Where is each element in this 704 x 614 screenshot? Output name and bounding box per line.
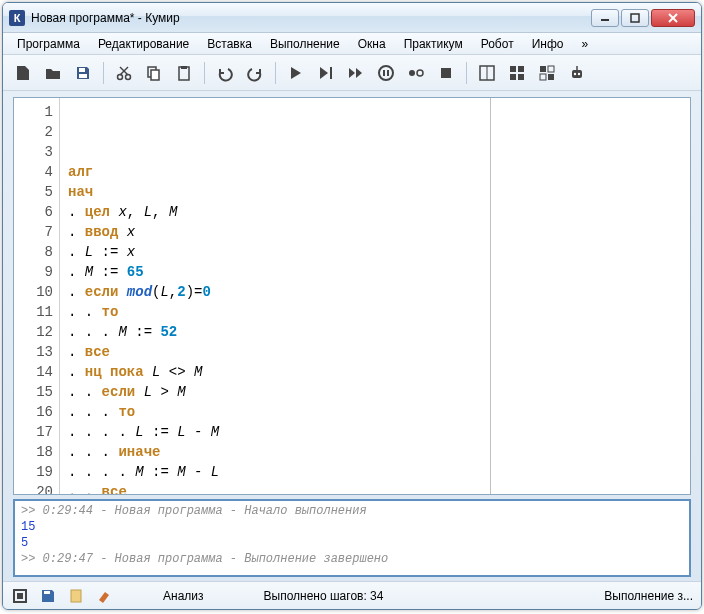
code-line[interactable]: . . . . L := L - M (68, 422, 682, 442)
status-exec: Выполнение з... (604, 589, 693, 603)
menu-info[interactable]: Инфо (524, 35, 572, 53)
sb-stop-icon[interactable] (11, 587, 29, 605)
new-file-icon[interactable] (11, 61, 35, 85)
line-number: 3 (14, 142, 53, 162)
menu-edit[interactable]: Редактирование (90, 35, 197, 53)
code-line[interactable]: . все (68, 342, 682, 362)
line-number: 10 (14, 282, 53, 302)
code-line[interactable]: . если mod(L,2)=0 (68, 282, 682, 302)
svg-point-32 (574, 72, 576, 74)
svg-rect-5 (79, 74, 87, 78)
svg-rect-29 (540, 74, 546, 80)
code-line[interactable]: . . . M := 52 (68, 322, 682, 342)
undo-icon[interactable] (213, 61, 237, 85)
menu-robot[interactable]: Робот (473, 35, 522, 53)
maximize-button[interactable] (621, 9, 649, 27)
svg-rect-37 (44, 591, 50, 594)
output-console[interactable]: >> 0:29:44 - Новая программа - Начало вы… (13, 499, 691, 577)
menu-practicum[interactable]: Практикум (396, 35, 471, 53)
console-line: 5 (21, 535, 683, 551)
line-number: 16 (14, 402, 53, 422)
open-file-icon[interactable] (41, 61, 65, 85)
code-line[interactable]: . . . иначе (68, 442, 682, 462)
code-line[interactable]: . цел x, L, M (68, 202, 682, 222)
menubar: Программа Редактирование Вставка Выполне… (3, 33, 701, 55)
close-button[interactable] (651, 9, 695, 27)
grid3-icon[interactable] (535, 61, 559, 85)
line-gutter: 1234567891011121314151617181920 (14, 98, 60, 494)
margin-line (490, 98, 491, 494)
sb-clear-icon[interactable] (95, 587, 113, 605)
line-number: 1 (14, 102, 53, 122)
app-window: К Новая программа* - Кумир Программа Ред… (2, 2, 702, 610)
toolbar-separator (275, 62, 276, 84)
line-number: 11 (14, 302, 53, 322)
line-number: 15 (14, 382, 53, 402)
svg-rect-30 (548, 74, 554, 80)
line-number: 7 (14, 222, 53, 242)
breakpoint-icon[interactable] (404, 61, 428, 85)
code-line[interactable]: алг (68, 162, 682, 182)
svg-rect-14 (330, 67, 332, 79)
minimize-button[interactable] (591, 9, 619, 27)
run-icon[interactable] (284, 61, 308, 85)
line-number: 2 (14, 122, 53, 142)
sb-doc-icon[interactable] (67, 587, 85, 605)
line-number: 20 (14, 482, 53, 495)
code-line[interactable]: . . . то (68, 402, 682, 422)
svg-rect-25 (510, 74, 516, 80)
line-number: 13 (14, 342, 53, 362)
code-area[interactable]: алгнач. цел x, L, M. ввод x. L := x. M :… (60, 98, 690, 494)
status-analysis: Анализ (163, 589, 204, 603)
grid1-icon[interactable] (475, 61, 499, 85)
stop-icon[interactable] (434, 61, 458, 85)
grid2-icon[interactable] (505, 61, 529, 85)
svg-rect-17 (387, 70, 389, 76)
sb-save-icon[interactable] (39, 587, 57, 605)
statusbar: Анализ Выполнено шагов: 34 Выполнение з.… (3, 581, 701, 609)
svg-rect-13 (181, 66, 187, 69)
window-title: Новая программа* - Кумир (31, 11, 591, 25)
step-icon[interactable] (314, 61, 338, 85)
menu-program[interactable]: Программа (9, 35, 88, 53)
svg-rect-31 (572, 70, 582, 78)
titlebar: К Новая программа* - Кумир (3, 3, 701, 33)
code-line[interactable]: . . то (68, 302, 682, 322)
line-number: 4 (14, 162, 53, 182)
code-line[interactable]: . L := x (68, 242, 682, 262)
svg-point-18 (409, 70, 415, 76)
robot-icon[interactable] (565, 61, 589, 85)
svg-point-19 (417, 70, 423, 76)
code-line[interactable]: . . . . M := M - L (68, 462, 682, 482)
svg-rect-38 (71, 590, 81, 602)
line-number: 6 (14, 202, 53, 222)
svg-rect-23 (510, 66, 516, 72)
code-line[interactable]: . ввод x (68, 222, 682, 242)
pause-icon[interactable] (374, 61, 398, 85)
code-line[interactable]: . M := 65 (68, 262, 682, 282)
svg-point-7 (126, 74, 131, 79)
run-fast-icon[interactable] (344, 61, 368, 85)
cut-icon[interactable] (112, 61, 136, 85)
line-number: 18 (14, 442, 53, 462)
code-line[interactable]: . . все (68, 482, 682, 495)
console-line: 15 (21, 519, 683, 535)
line-number: 17 (14, 422, 53, 442)
copy-icon[interactable] (142, 61, 166, 85)
toolbar-separator (103, 62, 104, 84)
code-line[interactable]: . нц пока L <> M (68, 362, 682, 382)
menu-run[interactable]: Выполнение (262, 35, 348, 53)
redo-icon[interactable] (243, 61, 267, 85)
code-line[interactable]: нач (68, 182, 682, 202)
toolbar (3, 55, 701, 91)
menu-more[interactable]: » (573, 35, 596, 53)
save-file-icon[interactable] (71, 61, 95, 85)
line-number: 14 (14, 362, 53, 382)
line-number: 12 (14, 322, 53, 342)
paste-icon[interactable] (172, 61, 196, 85)
code-editor[interactable]: 1234567891011121314151617181920 алгнач. … (13, 97, 691, 495)
menu-windows[interactable]: Окна (350, 35, 394, 53)
code-line[interactable]: . . если L > M (68, 382, 682, 402)
menu-insert[interactable]: Вставка (199, 35, 260, 53)
line-number: 19 (14, 462, 53, 482)
